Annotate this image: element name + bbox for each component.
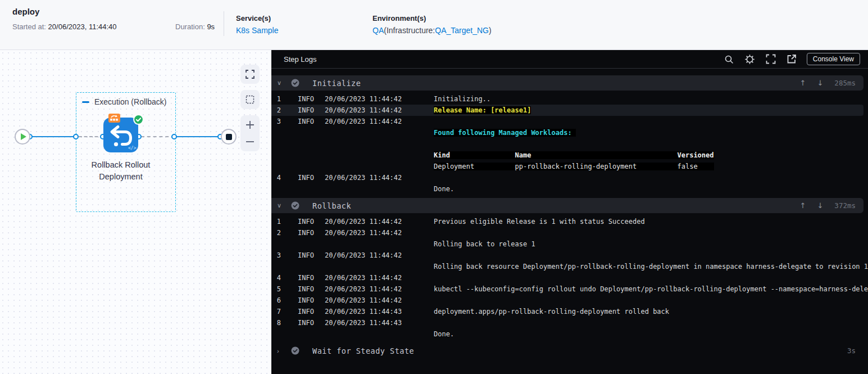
log-line-message: Rolling back to release 1: [434, 240, 868, 248]
chevron-down-icon[interactable]: ∨: [277, 202, 285, 209]
chevron-down-icon[interactable]: ∨: [277, 79, 285, 87]
pipeline-graph-canvas[interactable]: Execution (Rollback) </>: [0, 50, 271, 374]
started-at: Started at: 20/06/2023, 11:44:40: [12, 22, 117, 31]
edge-stage-to-end: [176, 136, 221, 137]
log-line-timestamp: 20/06/2023 11:44:43: [325, 319, 405, 327]
log-line: Deployment pp-rollback-rolling-deploymen…: [271, 161, 868, 172]
log-line-message: deployment.apps/pp-rollback-rolling-depl…: [434, 308, 868, 316]
collapse-stage-icon[interactable]: [82, 101, 89, 103]
svg-text:</>: </>: [128, 146, 137, 151]
log-line-number: 3: [274, 251, 281, 259]
log-line: 1INFO20/06/2023 11:44:42Initializing..: [271, 93, 868, 105]
log-line-timestamp: 20/06/2023 11:44:42: [325, 118, 405, 125]
log-line-level: INFO: [298, 319, 316, 327]
open-in-new-icon[interactable]: [786, 53, 797, 65]
fullscreen-icon: [246, 70, 255, 79]
log-line: Found following Managed Workloads:: [271, 127, 868, 138]
status-success-icon: [291, 346, 299, 355]
pipeline-title: deploy: [12, 7, 39, 16]
rollout-badge-icon: [108, 114, 120, 123]
chevron-right-icon[interactable]: ›: [277, 348, 285, 354]
log-line-level: INFO: [298, 229, 316, 237]
scroll-to-top-icon[interactable]: ↑: [800, 79, 806, 87]
log-section-header-initialize[interactable]: ∨Initialize↑↓285ms: [271, 75, 864, 91]
log-line-timestamp: 20/06/2023 11:44:42: [325, 285, 405, 293]
scroll-to-bottom-icon[interactable]: ↓: [817, 201, 823, 210]
log-line: 4INFO20/06/2023 11:44:42: [271, 272, 868, 283]
scroll-to-top-icon[interactable]: ↑: [800, 201, 806, 210]
start-node: [15, 129, 30, 145]
section-header-right: ↑↓372ms: [800, 201, 856, 210]
services-label: Service(s): [236, 14, 278, 22]
infrastructure-link[interactable]: QA_Target_NG: [435, 26, 489, 35]
log-line-message: kubectl --kubeconfig=config rollout undo…: [434, 285, 868, 293]
search-icon[interactable]: [724, 53, 735, 65]
zoom-in-button[interactable]: [240, 117, 260, 133]
started-at-label: Started at:: [12, 22, 46, 31]
log-line-level: INFO: [298, 251, 316, 259]
environments-block: Environment(s) QA(Infrastructure:QA_Targ…: [372, 14, 492, 35]
log-line-timestamp: 20/06/2023 11:44:42: [325, 229, 405, 237]
section-duration: 285ms: [834, 79, 856, 87]
log-line-message: Deployment pp-rollback-rolling-deploymen…: [434, 163, 868, 170]
console-header: Step Logs: [271, 50, 868, 69]
log-section-header-wait-for-steady-state[interactable]: ›Wait for Steady State3s: [271, 343, 864, 358]
log-line: 4INFO20/06/2023 11:44:42: [271, 172, 868, 183]
log-line-timestamp: 20/06/2023 11:44:42: [325, 251, 405, 259]
step-node-label: Rollback Rollout Deployment: [70, 159, 171, 183]
log-line-message: Rolling back resource Deployment/pp-roll…: [434, 263, 868, 271]
step-node-rollback-rollout-deployment[interactable]: </>: [103, 118, 138, 152]
log-line: 5INFO20/06/2023 11:44:42kubectl --kubeco…: [271, 283, 868, 295]
log-line-timestamp: 20/06/2023 11:44:42: [325, 174, 405, 182]
log-line-number: 2: [274, 106, 281, 114]
log-line-message: Found following Managed Workloads:: [434, 129, 868, 137]
connector-ring: [73, 134, 79, 139]
log-line-timestamp: 20/06/2023 11:44:42: [325, 95, 405, 103]
edge-start-to-stage: [30, 136, 77, 137]
zoom-out-button[interactable]: [240, 134, 260, 150]
section-duration: 372ms: [834, 201, 856, 210]
log-line-timestamp: 20/06/2023 11:44:43: [325, 308, 405, 316]
log-line-timestamp: 20/06/2023 11:44:42: [325, 218, 405, 226]
settings-gear-icon[interactable]: [744, 53, 756, 65]
play-icon: [21, 133, 26, 140]
log-section-title: Initialize: [312, 79, 361, 88]
marquee-select-button[interactable]: [240, 90, 260, 109]
log-line-number: 4: [274, 274, 281, 282]
log-line-number: 7: [274, 308, 281, 316]
duration: Duration: 9s: [175, 22, 215, 31]
connector-ring: [171, 134, 177, 139]
console-view-button[interactable]: Console View: [807, 53, 860, 65]
infrastructure-suffix: ): [489, 26, 492, 35]
fullscreen-icon[interactable]: [765, 53, 776, 65]
log-section-title: Rollback: [312, 201, 351, 210]
log-line: 6INFO20/06/2023 11:44:42: [271, 295, 868, 306]
log-section-body-initialize: 1INFO20/06/2023 11:44:42Initializing..2I…: [271, 91, 868, 198]
duration-value: 9s: [207, 22, 215, 31]
log-line: [271, 138, 868, 150]
log-line-timestamp: 20/06/2023 11:44:42: [325, 296, 405, 304]
log-line-number: 5: [274, 285, 281, 293]
environments-label: Environment(s): [372, 14, 492, 22]
services-block: Service(s) K8s Sample: [236, 14, 278, 35]
scroll-to-bottom-icon[interactable]: ↓: [817, 79, 823, 87]
log-line-level: INFO: [298, 274, 316, 282]
log-line-level: INFO: [298, 95, 316, 103]
pipeline-execution-page: deploy Started at: 20/06/2023, 11:44:40 …: [0, 0, 868, 374]
log-line-timestamp: 20/06/2023 11:44:42: [325, 106, 405, 114]
log-line: Done.: [271, 328, 868, 340]
log-line-timestamp: 20/06/2023 11:44:42: [325, 274, 405, 282]
end-node: [221, 129, 237, 145]
log-line: 8INFO20/06/2023 11:44:43: [271, 317, 868, 328]
environment-link[interactable]: QA: [372, 26, 384, 35]
step-logs-console: Step Logs: [271, 50, 868, 374]
log-line-number: 4: [274, 174, 281, 182]
status-success-icon: [291, 201, 299, 210]
minus-icon: [245, 137, 255, 147]
service-link[interactable]: K8s Sample: [236, 26, 278, 35]
log-line-level: INFO: [298, 218, 316, 226]
log-section-header-rollback[interactable]: ∨Rollback↑↓372ms: [271, 198, 864, 213]
log-line-message: Previous eligible Release is 1 with stat…: [434, 218, 868, 226]
fit-to-screen-button[interactable]: [240, 65, 260, 84]
log-scroll-area[interactable]: ∨Initialize↑↓285ms1INFO20/06/2023 11:44:…: [271, 69, 868, 374]
